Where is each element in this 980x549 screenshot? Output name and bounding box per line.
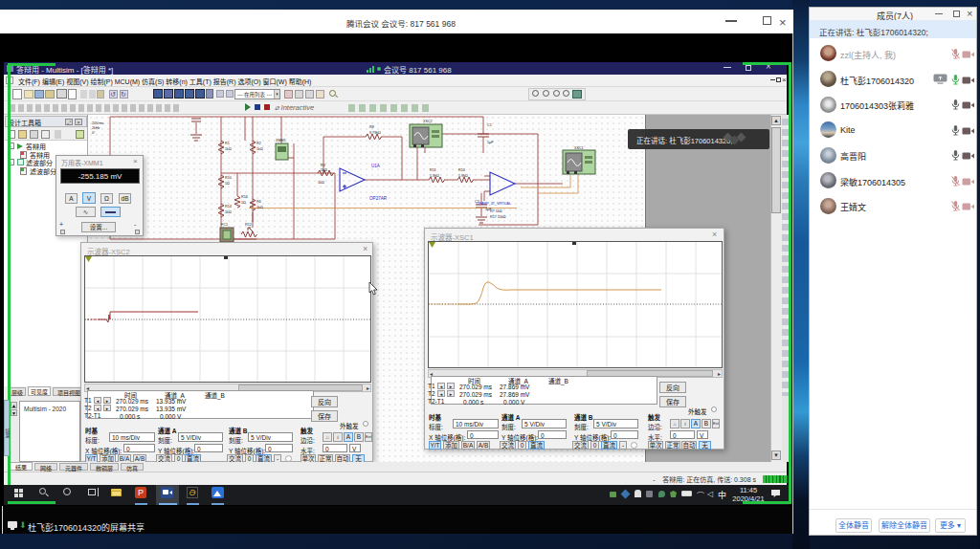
svg-text:U1A: U1A (371, 164, 381, 168)
svg-text:R12: R12 (245, 223, 252, 227)
svg-text:1kΩ: 1kΩ (225, 210, 232, 214)
svg-text:0°: 0° (92, 131, 96, 135)
svg-text:R11: R11 (430, 168, 436, 172)
svg-text:1kΩ: 1kΩ (256, 147, 263, 151)
svg-text:C1: C1 (487, 123, 492, 127)
svg-text:1.9kΩ: 1.9kΩ (430, 174, 439, 178)
svg-text:R10: R10 (225, 176, 232, 180)
svg-text:R10: R10 (458, 168, 465, 172)
svg-text:R16: R16 (241, 195, 248, 199)
svg-text:1Ω: 1Ω (241, 201, 246, 205)
svg-text:R17 10kΩ: R17 10kΩ (490, 215, 506, 219)
svg-text:R2: R2 (256, 142, 261, 145)
svg-text:1.9kΩ: 1.9kΩ (458, 174, 468, 178)
svg-text:1kΩ: 1kΩ (256, 206, 263, 209)
svg-text:9.79kΩ: 9.79kΩ (369, 131, 381, 135)
svg-text:1kΩ: 1kΩ (321, 168, 327, 172)
svg-text:OPAMP_3T_VIRTUAL: OPAMP_3T_VIRTUAL (477, 202, 511, 206)
svg-text:R1: R1 (225, 142, 230, 145)
svg-text:R3: R3 (321, 164, 325, 167)
svg-text:XMM1: XMM1 (276, 139, 286, 143)
svg-text:R14: R14 (225, 205, 232, 209)
svg-text:1kΩ: 1kΩ (225, 147, 232, 151)
svg-text:1kΩ: 1kΩ (318, 181, 324, 185)
svg-text:XSC1: XSC1 (574, 146, 584, 150)
svg-text:1Ω: 1Ω (225, 182, 230, 186)
svg-text:R7 1kΩ: R7 1kΩ (490, 209, 502, 213)
svg-text:20Vrms: 20Vrms (92, 121, 104, 125)
svg-text:FC1: FC1 (221, 223, 228, 227)
svg-text:XSC2: XSC2 (423, 120, 433, 123)
svg-text:R8: R8 (369, 125, 374, 129)
svg-text:2kHz: 2kHz (92, 126, 100, 130)
svg-text:1μF: 1μF (487, 141, 494, 144)
svg-text:OP27AR: OP27AR (369, 196, 388, 201)
svg-text:R6: R6 (256, 200, 261, 204)
